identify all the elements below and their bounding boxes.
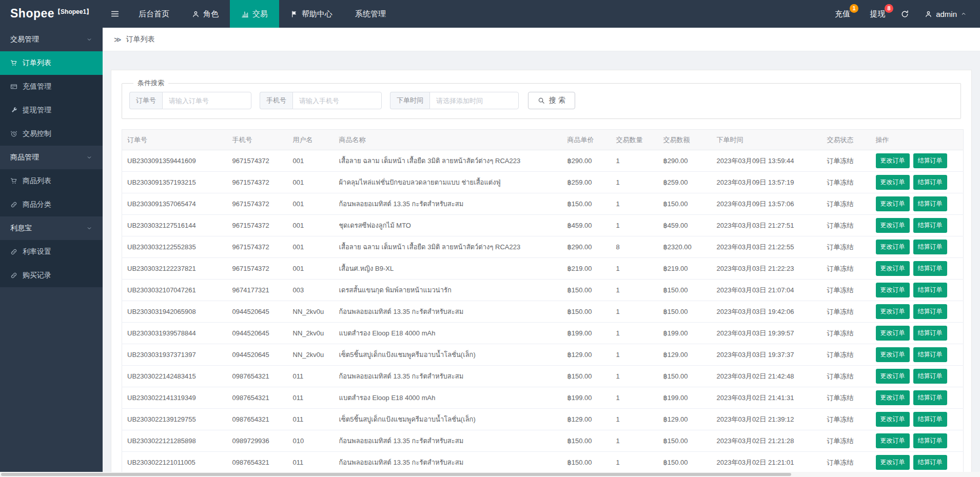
menu-product-category[interactable]: 商品分类 xyxy=(0,193,103,216)
cell-unit-price: ฿150.00 xyxy=(562,301,611,323)
card-icon xyxy=(10,83,17,90)
cell-quantity: 1 xyxy=(611,366,658,387)
cell-unit-price: ฿150.00 xyxy=(562,452,611,473)
settle-order-button[interactable]: 结算订单 xyxy=(913,261,947,276)
cell-order-time: 2023年03月09日 13:59:44 xyxy=(712,150,822,172)
change-order-button[interactable]: 更改订单 xyxy=(876,240,910,254)
cell-order-time: 2023年03月03日 21:07:04 xyxy=(712,280,822,301)
menu-interest-rate-settings[interactable]: 利率设置 xyxy=(0,240,103,264)
cell-quantity: 1 xyxy=(611,323,658,344)
phone-input[interactable] xyxy=(292,92,382,109)
order-time-input[interactable] xyxy=(429,92,519,109)
settle-order-button[interactable]: 结算订单 xyxy=(913,196,947,211)
nav-dashboard[interactable]: 后台首页 xyxy=(127,0,181,28)
sidebar-toggle-button[interactable] xyxy=(103,0,127,28)
cell-phone: 9671574372 xyxy=(227,215,288,236)
cell-trade-status: 订单冻结 xyxy=(822,452,871,473)
recharge-shortcut[interactable]: 充值1 xyxy=(835,9,850,19)
cell-amount: ฿150.00 xyxy=(658,366,712,387)
change-order-button[interactable]: 更改订单 xyxy=(876,283,910,297)
cell-username: 010 xyxy=(288,430,334,452)
settle-order-button[interactable]: 结算订单 xyxy=(913,240,947,254)
breadcrumb-arrow-icon: ≫ xyxy=(114,35,122,44)
menu-recharge-management[interactable]: 充值管理 xyxy=(0,75,103,98)
change-order-button[interactable]: 更改订单 xyxy=(876,369,910,384)
settle-order-button[interactable]: 结算订单 xyxy=(913,433,947,448)
cell-phone: 0989729936 xyxy=(227,430,288,452)
cell-product-name: ผ้าคลุมไหล่แฟชั่นปักขอบลวดลายตามแบบ ช่าย… xyxy=(334,172,562,193)
withdraw-shortcut[interactable]: 提现8 xyxy=(870,9,885,19)
change-order-button[interactable]: 更改订单 xyxy=(876,326,910,341)
cell-unit-price: ฿150.00 xyxy=(562,193,611,215)
menu-trade-control[interactable]: 交易控制 xyxy=(0,122,103,146)
cell-order-time: 2023年03月09日 13:57:19 xyxy=(712,172,822,193)
order-time-field-label: 下单时间 xyxy=(390,92,429,109)
cell-phone: 9674177321 xyxy=(227,280,288,301)
cell-actions: 更改订单结算订单 xyxy=(871,430,964,452)
cell-username: 003 xyxy=(288,280,334,301)
menu-purchase-records-label: 购买记录 xyxy=(23,271,51,280)
nav-help-center[interactable]: 帮助中心 xyxy=(279,0,344,28)
nav-role[interactable]: 角色 xyxy=(181,0,230,28)
search-icon xyxy=(538,97,545,104)
cell-quantity: 1 xyxy=(611,344,658,366)
nav-system-label: 系统管理 xyxy=(355,9,386,19)
cell-amount: ฿290.00 xyxy=(658,150,712,172)
phone-field-label: 手机号 xyxy=(260,92,292,109)
settle-order-button[interactable]: 结算订单 xyxy=(913,218,947,233)
menu-order-list[interactable]: 订单列表 xyxy=(0,51,103,75)
nav-system[interactable]: 系统管理 xyxy=(344,0,397,28)
cell-product-name: เสื้อนศ.หญิง B9-XL xyxy=(334,258,562,280)
settle-order-button[interactable]: 结算订单 xyxy=(913,304,947,319)
horizontal-scrollbar[interactable] xyxy=(0,472,980,477)
change-order-button[interactable]: 更改订单 xyxy=(876,261,910,276)
settle-order-button[interactable]: 结算订单 xyxy=(913,175,947,190)
nav-dashboard-label: 后台首页 xyxy=(139,9,169,19)
table-row: UB23030221413193490987654321011แบตสำรอง … xyxy=(122,387,964,409)
change-order-button[interactable]: 更改订单 xyxy=(876,175,910,190)
nav-trade[interactable]: 交易 xyxy=(230,0,279,28)
chevron-up-icon xyxy=(961,11,967,17)
menu-interest-treasure[interactable]: 利息宝 xyxy=(0,216,103,240)
settle-order-button[interactable]: 结算订单 xyxy=(913,455,947,470)
menu-product-list[interactable]: 商品列表 xyxy=(0,169,103,193)
horizontal-scrollbar-thumb[interactable] xyxy=(1,473,791,476)
search-button[interactable]: 搜 索 xyxy=(528,92,575,109)
menu-purchase-records[interactable]: 购买记录 xyxy=(0,264,103,287)
change-order-button[interactable]: 更改订单 xyxy=(876,455,910,470)
cell-unit-price: ฿199.00 xyxy=(562,387,611,409)
col-username: 用户名 xyxy=(288,130,334,150)
settle-order-button[interactable]: 结算订单 xyxy=(913,326,947,341)
menu-trade-management[interactable]: 交易管理 xyxy=(0,28,103,51)
change-order-button[interactable]: 更改订单 xyxy=(876,153,910,168)
stats-icon xyxy=(241,10,249,18)
cell-amount: ฿219.00 xyxy=(658,258,712,280)
user-menu[interactable]: admin xyxy=(925,10,967,18)
change-order-button[interactable]: 更改订单 xyxy=(876,347,910,362)
settle-order-button[interactable]: 结算订单 xyxy=(913,369,947,384)
cell-order-time: 2023年03月02日 21:21:28 xyxy=(712,430,822,452)
orders-table: 订单号手机号用户名商品名称商品单价交易数量交易数额下单时间交易状态操作 UB23… xyxy=(122,129,964,477)
menu-withdraw-management[interactable]: 提现管理 xyxy=(0,98,103,122)
cell-username: 001 xyxy=(288,215,334,236)
change-order-button[interactable]: 更改订单 xyxy=(876,433,910,448)
settle-order-button[interactable]: 结算订单 xyxy=(913,153,947,168)
cell-amount: ฿129.00 xyxy=(658,409,712,430)
cell-order-time: 2023年03月03日 21:27:51 xyxy=(712,215,822,236)
change-order-button[interactable]: 更改订单 xyxy=(876,390,910,405)
cell-phone: 0944520645 xyxy=(227,323,288,344)
change-order-button[interactable]: 更改订单 xyxy=(876,304,910,319)
menu-order-list-label: 订单列表 xyxy=(23,58,51,68)
change-order-button[interactable]: 更改订单 xyxy=(876,218,910,233)
settle-order-button[interactable]: 结算订单 xyxy=(913,412,947,427)
col-actions: 操作 xyxy=(871,130,964,150)
change-order-button[interactable]: 更改订单 xyxy=(876,196,910,211)
refresh-button[interactable] xyxy=(900,10,909,18)
settle-order-button[interactable]: 结算订单 xyxy=(913,283,947,297)
settle-order-button[interactable]: 结算订单 xyxy=(913,347,947,362)
menu-product-management[interactable]: 商品管理 xyxy=(0,146,103,169)
change-order-button[interactable]: 更改订单 xyxy=(876,412,910,427)
cell-unit-price: ฿150.00 xyxy=(562,430,611,452)
settle-order-button[interactable]: 结算订单 xyxy=(913,390,947,405)
order-no-input[interactable] xyxy=(162,92,251,109)
